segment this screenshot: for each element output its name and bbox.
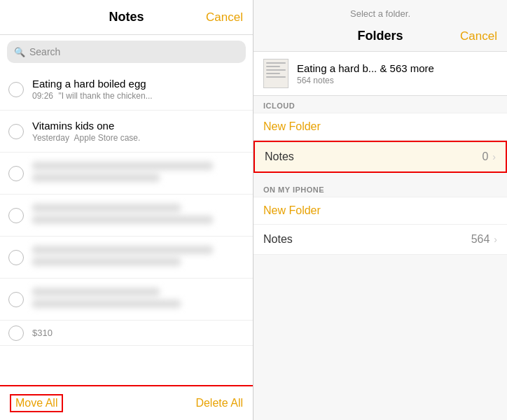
thumb-line xyxy=(266,69,286,71)
all-notes-row[interactable]: Eating a hard b... & 563 more 564 notes xyxy=(254,52,507,96)
folder-row-notes-iphone[interactable]: Notes 564 › xyxy=(254,225,507,255)
thumb-line xyxy=(266,73,280,74)
note-select-circle[interactable] xyxy=(8,124,24,139)
list-item[interactable]: $310 xyxy=(0,321,253,346)
note-select-circle[interactable] xyxy=(8,166,24,181)
right-cancel-button[interactable]: Cancel xyxy=(460,29,497,43)
list-item[interactable] xyxy=(0,195,253,237)
new-folder-button-icloud[interactable]: New Folder xyxy=(263,120,321,132)
all-notes-info: Eating a hard b... & 563 more 564 notes xyxy=(297,62,434,85)
left-header: Notes Cancel xyxy=(0,0,253,35)
note-meta: 09:26 "I will thank the chicken... xyxy=(32,91,244,101)
new-folder-row-icloud[interactable]: New Folder xyxy=(254,113,507,141)
folder-name: Notes xyxy=(263,233,471,246)
section-spacer xyxy=(254,173,507,180)
folder-count: 564 xyxy=(471,233,490,246)
blurred-note xyxy=(32,246,244,270)
left-cancel-button[interactable]: Cancel xyxy=(206,10,243,24)
left-footer: Move All Delete All xyxy=(0,385,253,420)
right-panel-title: Folders xyxy=(357,29,403,43)
list-item[interactable]: Eating a hard boiled egg 09:26 "I will t… xyxy=(0,69,253,111)
left-panel: Notes Cancel 🔍 Search Eating a hard boil… xyxy=(0,0,254,420)
section-header-iphone: ON MY IPHONE xyxy=(254,180,507,197)
new-folder-row-iphone[interactable]: New Folder xyxy=(254,197,507,225)
note-title: Vitamins kids one xyxy=(32,120,244,132)
folder-row-notes-icloud[interactable]: Notes 0 › xyxy=(254,141,507,173)
note-select-circle[interactable] xyxy=(8,250,24,265)
all-notes-title: Eating a hard b... & 563 more xyxy=(297,62,434,74)
select-folder-text: Select a folder. xyxy=(350,8,410,19)
folder-count: 0 xyxy=(482,150,488,163)
right-header: Folders Cancel xyxy=(254,21,507,52)
note-select-circle[interactable] xyxy=(8,326,24,341)
note-thumbnail-icon xyxy=(263,59,289,88)
chevron-right-icon: › xyxy=(492,151,496,162)
note-select-circle[interactable] xyxy=(8,82,24,97)
search-icon: 🔍 xyxy=(14,47,25,57)
note-content: Eating a hard boiled egg 09:26 "I will t… xyxy=(32,78,244,101)
all-notes-count: 564 notes xyxy=(297,76,434,85)
search-bar[interactable]: 🔍 Search xyxy=(7,41,246,63)
list-item[interactable] xyxy=(0,279,253,321)
thumb-line xyxy=(266,66,280,67)
note-title: Eating a hard boiled egg xyxy=(32,78,244,90)
thumb-line xyxy=(266,62,286,64)
note-select-circle[interactable] xyxy=(8,208,24,223)
move-all-button[interactable]: Move All xyxy=(10,394,63,412)
note-preview: "I will thank the chicken... xyxy=(58,91,152,101)
right-top-bar: Select a folder. xyxy=(254,0,507,21)
folder-name: Notes xyxy=(265,150,482,163)
list-item[interactable]: Vitamins kids one Yesterday Apple Store … xyxy=(0,111,253,153)
note-content: $310 xyxy=(32,328,244,338)
new-folder-button-iphone[interactable]: New Folder xyxy=(263,204,321,216)
section-header-icloud: ICLOUD xyxy=(254,96,507,113)
right-panel: Select a folder. Folders Cancel Eating a… xyxy=(254,0,507,420)
note-preview: Apple Store case. xyxy=(74,133,141,143)
note-content: Vitamins kids one Yesterday Apple Store … xyxy=(32,120,244,143)
blurred-note xyxy=(32,162,244,186)
blurred-note xyxy=(32,288,244,312)
note-select-circle[interactable] xyxy=(8,292,24,307)
search-placeholder-text: Search xyxy=(29,46,60,57)
delete-all-button[interactable]: Delete All xyxy=(195,397,243,410)
blurred-note xyxy=(32,204,244,227)
notes-list: Eating a hard boiled egg 09:26 "I will t… xyxy=(0,69,253,385)
thumb-line xyxy=(266,76,286,78)
note-time: Yesterday xyxy=(32,133,69,143)
note-partial: $310 xyxy=(32,328,244,338)
list-item[interactable] xyxy=(0,153,253,195)
note-meta: Yesterday Apple Store case. xyxy=(32,133,244,143)
note-time: 09:26 xyxy=(32,91,53,101)
chevron-right-icon: › xyxy=(494,234,497,245)
list-item[interactable] xyxy=(0,237,253,279)
left-panel-title: Notes xyxy=(109,10,144,24)
